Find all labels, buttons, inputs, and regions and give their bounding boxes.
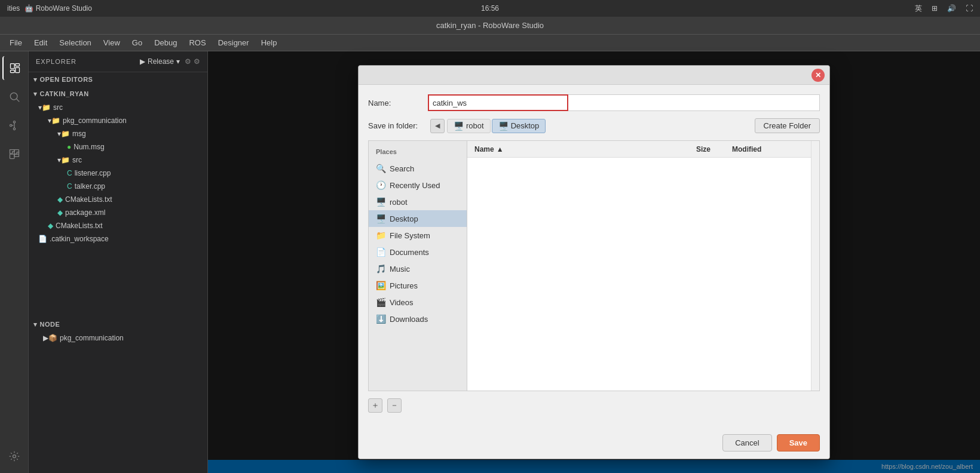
- places-item-filesystem[interactable]: 📁 File System: [369, 227, 467, 244]
- folder-icon: ▾📁: [57, 156, 70, 164]
- menu-view[interactable]: View: [99, 36, 125, 49]
- places-item-recently-used[interactable]: 🕐 Recently Used: [369, 177, 467, 194]
- tree-item-src[interactable]: ▾📁 src: [29, 101, 207, 114]
- robot-place-icon: 🖥️: [376, 197, 386, 207]
- tree-item-label: CMakeLists.txt: [56, 222, 103, 230]
- tree-item-node-pkg[interactable]: ▶📦 pkg_communication: [29, 331, 207, 345]
- location-back-button[interactable]: ◀: [430, 119, 445, 133]
- tree-item-label: Num.msg: [74, 143, 104, 151]
- git-activity-icon[interactable]: [2, 113, 26, 137]
- lang-icon: 英: [915, 4, 922, 14]
- places-item-desktop[interactable]: 🖥️ Desktop: [369, 210, 467, 227]
- save-button[interactable]: Save: [777, 434, 820, 452]
- tree-item-talker-cpp[interactable]: C talker.cpp: [29, 180, 207, 193]
- files-col-size-header[interactable]: Size: [696, 145, 732, 153]
- cancel-button[interactable]: Cancel: [722, 434, 771, 452]
- places-item-music[interactable]: 🎵 Music: [369, 260, 467, 277]
- open-editors-chevron-icon: ▾: [33, 76, 38, 84]
- places-header: Places: [369, 146, 467, 160]
- search-place-icon: 🔍: [376, 164, 386, 173]
- tree-item-pkg-communication[interactable]: ▾📁 pkg_communication: [29, 114, 207, 127]
- extensions-activity-icon[interactable]: [2, 142, 26, 166]
- files-col-name-header[interactable]: Name ▲: [474, 145, 696, 153]
- svg-point-7: [13, 128, 15, 130]
- dialog-name-label: Name:: [368, 99, 428, 108]
- explorer-activity-icon[interactable]: [2, 56, 26, 80]
- menu-selection[interactable]: Selection: [54, 36, 96, 49]
- remove-button[interactable]: －: [387, 398, 402, 413]
- tree-item-cmake-root[interactable]: ◆ CMakeLists.txt: [29, 219, 207, 232]
- svg-rect-2: [15, 67, 19, 72]
- crumb-robot[interactable]: 🖥️ robot: [447, 119, 491, 133]
- release-dropdown-icon[interactable]: ▾: [176, 57, 180, 66]
- dialog-content: Places 🔍 Search 🕐 Recently Used 🖥️: [368, 140, 820, 391]
- system-bar-left: ities 🤖 RoboWare Studio: [7, 4, 92, 13]
- tree-item-num-msg[interactable]: ● Num.msg: [29, 140, 207, 153]
- menu-designer[interactable]: Designer: [213, 36, 254, 49]
- folder-icon: ▾📁: [48, 116, 60, 125]
- places-item-downloads[interactable]: ⬇️ Downloads: [369, 311, 467, 327]
- menu-bar: File Edit Selection View Go Debug ROS De…: [0, 35, 980, 51]
- places-item-label: robot: [390, 198, 408, 207]
- tree-item-src2[interactable]: ▾📁 src: [29, 153, 207, 167]
- filesystem-place-icon: 📁: [376, 231, 386, 240]
- menu-edit[interactable]: Edit: [29, 36, 52, 49]
- places-item-label: Desktop: [390, 214, 418, 223]
- node-chevron-icon: ▾: [33, 321, 38, 328]
- pkg-icon: ▶📦: [43, 334, 57, 342]
- svg-point-6: [13, 121, 15, 123]
- places-item-robot[interactable]: 🖥️ robot: [369, 194, 467, 210]
- open-editors-label: OPEN EDITORS: [40, 76, 93, 83]
- sort-icon: ▲: [497, 145, 504, 153]
- tree-item-label: src: [53, 103, 63, 112]
- tree-item-label: msg: [72, 130, 86, 138]
- network-icon: ⊞: [932, 4, 938, 13]
- folder-icon: ▾📁: [38, 103, 51, 112]
- tree-item-cmake-pkg[interactable]: ◆ CMakeLists.txt: [29, 193, 207, 206]
- debug-activity-icon[interactable]: [2, 444, 26, 468]
- system-bar-time: 16:56: [481, 4, 499, 13]
- settings-icon-1[interactable]: ⚙: [185, 57, 191, 66]
- documents-place-icon: 📄: [376, 247, 386, 257]
- places-item-pictures[interactable]: 🖼️ Pictures: [369, 277, 467, 294]
- dialog-name-ext-input[interactable]: [568, 94, 820, 111]
- places-item-videos[interactable]: 🎬 Videos: [369, 294, 467, 311]
- tree-item-listener-cpp[interactable]: C listener.cpp: [29, 167, 207, 180]
- dialog-name-input[interactable]: [428, 94, 568, 111]
- app-title-bar: catkin_ryan - RoboWare Studio: [0, 17, 980, 35]
- places-item-documents[interactable]: 📄 Documents: [369, 244, 467, 260]
- dialog-body: Name: Save in folder: ◀ 🖥️ robot: [359, 85, 829, 429]
- file-dialog: ✕ Name: Save in folder: ◀: [358, 65, 830, 459]
- svg-rect-3: [10, 70, 14, 72]
- menu-file[interactable]: File: [5, 36, 27, 49]
- sidebar-header: EXPLORER ▶ Release ▾ ⚙ ⚙: [29, 51, 207, 72]
- section-open-editors[interactable]: ▾ OPEN EDITORS: [29, 72, 207, 87]
- release-icon: ▶: [140, 57, 145, 66]
- svg-rect-0: [10, 64, 14, 69]
- menu-debug[interactable]: Debug: [149, 36, 182, 49]
- app-name-label: 🤖 RoboWare Studio: [24, 4, 92, 13]
- tree-item-catkin-workspace[interactable]: 📄 .catkin_workspace: [29, 232, 207, 245]
- section-catkin-ryan[interactable]: ▾ CATKIN_RYAN: [29, 87, 207, 101]
- dialog-bottom-bar: ＋ －: [368, 398, 820, 413]
- create-folder-button[interactable]: Create Folder: [755, 118, 820, 133]
- files-scrollbar[interactable]: [811, 141, 819, 391]
- menu-help[interactable]: Help: [256, 36, 282, 49]
- volume-icon: 🔊: [947, 4, 956, 13]
- tree-item-msg[interactable]: ▾📁 msg: [29, 127, 207, 140]
- places-item-label: Downloads: [390, 315, 428, 324]
- files-col-modified-header[interactable]: Modified: [732, 145, 804, 153]
- places-item-search[interactable]: 🔍 Search: [369, 160, 467, 177]
- section-node[interactable]: ▾ NODE: [29, 317, 207, 331]
- search-activity-icon[interactable]: [2, 85, 26, 109]
- tree-item-package-xml[interactable]: ◆ package.xml: [29, 206, 207, 219]
- places-item-label: Recently Used: [390, 181, 440, 190]
- menu-ros[interactable]: ROS: [184, 36, 210, 49]
- settings-icon-2[interactable]: ⚙: [194, 57, 200, 66]
- dialog-close-button[interactable]: ✕: [811, 69, 825, 82]
- catkin-ryan-label: CATKIN_RYAN: [40, 90, 89, 97]
- crumb-desktop[interactable]: 🖥️ Desktop: [492, 119, 546, 133]
- catkin-ryan-chevron-icon: ▾: [33, 90, 38, 98]
- add-button[interactable]: ＋: [368, 398, 382, 413]
- menu-go[interactable]: Go: [127, 36, 147, 49]
